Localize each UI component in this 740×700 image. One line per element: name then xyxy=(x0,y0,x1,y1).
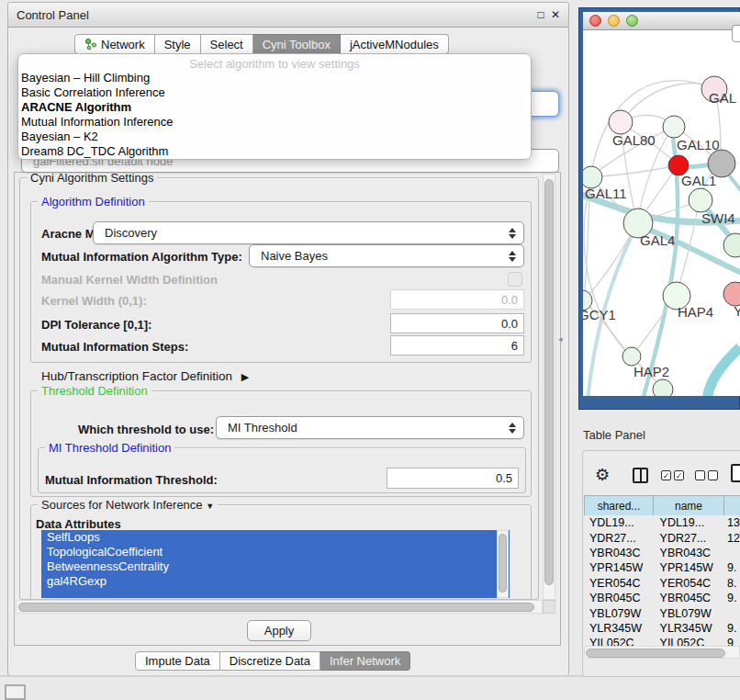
network-node[interactable] xyxy=(653,379,673,396)
table-cell: YBR043C xyxy=(584,547,654,559)
table-hscrollbar-thumb[interactable] xyxy=(586,649,725,658)
network-canvas[interactable]: GALGAL80GAL10GAL1GAL11SWI4GAL4GCY1HAP4YH… xyxy=(583,30,740,396)
document-icon[interactable] xyxy=(731,464,740,482)
split-columns-icon[interactable] xyxy=(633,468,648,483)
dpi-tolerance-field[interactable]: 0.0 xyxy=(390,313,524,333)
stepper-arrows-icon xyxy=(504,251,521,262)
table-row[interactable]: YBR043CYBR043C xyxy=(584,546,740,560)
settings-vscrollbar[interactable] xyxy=(543,174,555,600)
column-header-shared-name-label: shared... xyxy=(598,500,641,513)
tab-select[interactable]: Select xyxy=(201,34,253,54)
table-cell: YER054C xyxy=(654,577,724,590)
close-window-icon[interactable]: ✕ xyxy=(548,8,563,21)
network-node-label: GAL4 xyxy=(640,232,675,248)
network-tools-fragment[interactable] xyxy=(732,25,740,42)
algorithm-item[interactable]: Bayesian – Hill Climbing xyxy=(18,71,531,85)
network-node[interactable] xyxy=(622,347,641,366)
attr-item-selected[interactable]: BetweennessCentrality xyxy=(41,559,510,574)
table-cell: YLR345W xyxy=(584,622,654,635)
network-node-label: GAL1 xyxy=(681,173,716,188)
table-row[interactable]: YER054CYER054C8. xyxy=(584,576,740,591)
tab-impute-data[interactable]: Impute Data xyxy=(135,651,220,671)
table-hscrollbar[interactable] xyxy=(584,646,740,659)
network-node[interactable] xyxy=(609,110,633,134)
column-header-name[interactable]: name xyxy=(653,495,724,516)
bottom-divider xyxy=(0,675,635,677)
attr-list-scrollbar-thumb[interactable] xyxy=(499,534,507,593)
unselect-all-columns-icon[interactable] xyxy=(695,470,718,480)
table-settings-gear-icon[interactable]: ⚙ xyxy=(595,465,610,485)
tab-cyni-toolbox[interactable]: Cyni Toolbox xyxy=(253,34,341,54)
network-node[interactable] xyxy=(663,116,685,138)
minimized-panel-icon[interactable] xyxy=(5,684,26,700)
tab-style[interactable]: Style xyxy=(155,34,201,54)
network-node[interactable] xyxy=(723,233,740,257)
column-header-shared-name[interactable]: shared... xyxy=(584,495,654,516)
algorithm-item[interactable]: Basic Correlation Inference xyxy=(18,85,531,100)
tab-network[interactable]: Network xyxy=(74,34,155,54)
algorithm-item-selected[interactable]: ARACNE Algorithm xyxy=(18,100,531,115)
table-row[interactable]: YLR345WYLR345W9. xyxy=(584,621,740,636)
mi-steps-field[interactable]: 6 xyxy=(390,335,524,356)
table-row[interactable]: YBR045CYBR045C9. xyxy=(584,591,740,605)
mi-threshold-field[interactable]: 0.5 xyxy=(387,468,519,489)
table-cell: 8. xyxy=(723,577,740,590)
select-all-columns-icon[interactable]: ✓ ✓ xyxy=(661,470,684,480)
data-attributes-label: Data Attributes xyxy=(36,517,121,531)
attr-list-scrollbar[interactable] xyxy=(497,530,509,598)
tab-infer-network[interactable]: Infer Network xyxy=(320,651,410,671)
sources-legend-label: Sources for Network Inference xyxy=(41,498,203,512)
column-header-clipped[interactable] xyxy=(723,495,740,516)
splitter-handle-icon[interactable]: ◂ xyxy=(558,334,563,344)
tab-jactivemnodules[interactable]: jActiveMNodules xyxy=(341,34,449,54)
collapsed-arrow-icon: ▶ xyxy=(241,371,249,382)
table-cell: YLR345W xyxy=(654,622,724,635)
checked-box-icon: ✓ xyxy=(674,470,684,480)
stepper-arrows-icon xyxy=(504,228,521,239)
network-graph[interactable]: GALGAL80GAL10GAL1GAL11SWI4GAL4GCY1HAP4YH… xyxy=(583,30,740,396)
zoom-traffic-light-icon[interactable] xyxy=(626,15,638,27)
settings-vscrollbar-thumb[interactable] xyxy=(544,179,554,585)
table-cell: YBL079W xyxy=(584,607,654,620)
apply-button[interactable]: Apply xyxy=(247,620,311,641)
mi-steps-value: 6 xyxy=(511,339,518,353)
table-row[interactable]: YBL079WYBL079W xyxy=(584,605,740,620)
table-cell: YDR27... xyxy=(584,532,654,545)
attr-item-selected[interactable]: SelfLoops xyxy=(41,530,510,545)
table-cell: 9. xyxy=(723,592,740,604)
manual-kernel-checkbox[interactable] xyxy=(508,272,522,287)
kernel-width-field[interactable]: 0.0 xyxy=(390,289,524,310)
hub-definition-toggle[interactable]: Hub/Transcription Factor Definition ▶ xyxy=(41,369,249,383)
algorithm-item[interactable]: Dream8 DC_TDC Algorithm xyxy=(18,144,531,159)
network-node-label: GAL80 xyxy=(612,132,656,148)
which-threshold-combo[interactable]: MI Threshold xyxy=(216,416,524,439)
attr-item-selected[interactable] xyxy=(41,589,510,598)
settings-hscrollbar[interactable] xyxy=(16,600,543,614)
attr-item-selected[interactable]: gal4RGexp xyxy=(41,574,510,589)
table-row[interactable]: YDL19...YDL19...13 xyxy=(584,515,740,530)
mi-type-combo[interactable]: Naive Bayes xyxy=(249,244,524,267)
float-window-icon[interactable]: □ xyxy=(533,8,548,21)
table-body: YDL19...YDL19...13YDR27...YDR27...12YBR0… xyxy=(584,515,740,646)
tab-select-label: Select xyxy=(210,38,243,51)
which-threshold-value: MI Threshold xyxy=(217,421,504,435)
algorithm-item[interactable]: Mutual Information Inference xyxy=(18,115,531,130)
tab-discretize-data[interactable]: Discretize Data xyxy=(220,651,320,671)
settings-hscrollbar-thumb[interactable] xyxy=(18,603,534,612)
network-node[interactable] xyxy=(708,150,735,177)
tab-discretize-data-label: Discretize Data xyxy=(230,654,310,668)
mi-steps-label: Mutual Information Steps: xyxy=(41,340,188,354)
tab-style-label: Style xyxy=(164,38,191,51)
table-row[interactable]: YDR27...YDR27...12 xyxy=(584,530,740,545)
network-node[interactable] xyxy=(689,188,712,212)
algorithm-item[interactable]: Bayesian – K2 xyxy=(18,130,531,144)
table-cell: 13 xyxy=(723,516,740,529)
table-row[interactable]: YIL052CYIL052C9 xyxy=(584,636,740,646)
checked-box-icon: ✓ xyxy=(661,470,671,480)
attr-item-selected[interactable]: TopologicalCoefficient xyxy=(41,545,510,559)
table-row[interactable]: YPR145WYPR145W9. xyxy=(584,560,740,575)
minimize-traffic-light-icon[interactable] xyxy=(608,15,620,27)
sources-legend-toggle[interactable]: Sources for Network Inference ▼ xyxy=(38,498,218,514)
aracne-mode-combo[interactable]: Discovery xyxy=(93,221,524,244)
close-traffic-light-icon[interactable] xyxy=(589,15,601,27)
